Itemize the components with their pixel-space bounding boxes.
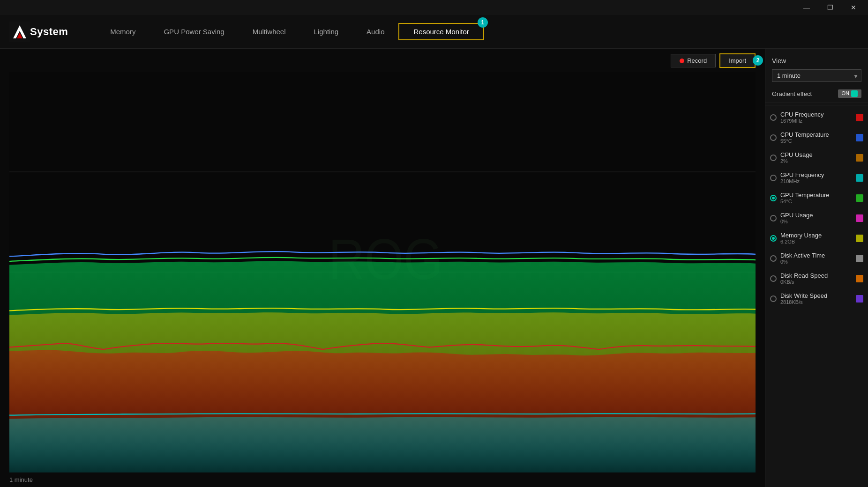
metric-color-swatch-gpu-temperature [856, 194, 863, 202]
metric-color-swatch-cpu-frequency [856, 114, 863, 121]
metric-radio-cpu-frequency[interactable] [770, 114, 777, 121]
main-content: Record Import 2 ROG [0, 49, 868, 487]
metric-value-cpu-usage: 2% [780, 158, 852, 164]
import-button[interactable]: Import [719, 53, 756, 68]
metric-name-cpu-usage: CPU Usage [780, 151, 852, 158]
tab-gpu-power-saving[interactable]: GPU Power Saving [150, 24, 238, 39]
metric-color-swatch-cpu-temperature [856, 134, 863, 141]
gradient-toggle[interactable]: ON [838, 89, 862, 98]
window-controls: — ❐ ✕ [796, 0, 864, 15]
resource-chart-svg: ROG [9, 72, 756, 472]
metric-row-cpu-temperature[interactable]: CPU Temperature55°C [765, 127, 868, 148]
metric-color-swatch-disk-active [856, 255, 863, 262]
metric-value-memory-usage: 6.2GB [780, 239, 852, 244]
metric-value-gpu-usage: 0% [780, 219, 852, 224]
metric-row-disk-active[interactable]: Disk Active Time0% [765, 248, 868, 268]
metric-name-gpu-frequency: GPU Frequency [780, 171, 852, 178]
view-select[interactable]: 1 minute 5 minutes 15 minutes 30 minutes… [772, 69, 861, 82]
chart-footer: 1 minute [0, 472, 765, 487]
restore-button[interactable]: ❐ [819, 0, 841, 15]
metric-color-swatch-disk-read [856, 275, 863, 282]
metric-value-disk-write: 2818KB/s [780, 299, 852, 305]
metric-radio-memory-usage[interactable] [770, 235, 777, 242]
metric-radio-disk-active[interactable] [770, 255, 777, 262]
metric-value-disk-active: 0% [780, 259, 852, 265]
metric-name-cpu-temperature: CPU Temperature [780, 131, 852, 138]
metric-radio-gpu-temperature[interactable] [770, 195, 777, 201]
panel-divider [765, 105, 868, 105]
chart-toolbar: Record Import 2 [0, 49, 765, 72]
metric-row-cpu-frequency[interactable]: CPU Frequency1679MHz [765, 107, 868, 127]
metric-radio-disk-read[interactable] [770, 275, 777, 282]
metric-row-memory-usage[interactable]: Memory Usage6.2GB [765, 228, 868, 248]
title-bar: — ❐ ✕ [0, 0, 868, 15]
view-label: View [765, 54, 868, 67]
rog-logo-icon [9, 22, 30, 42]
metric-radio-disk-write[interactable] [770, 295, 777, 302]
metric-radio-gpu-usage[interactable] [770, 215, 777, 221]
gradient-effect-label: Gradient effect [772, 90, 812, 97]
tab-memory[interactable]: Memory [96, 24, 150, 39]
app-title: System [30, 26, 68, 38]
metric-row-gpu-frequency[interactable]: GPU Frequency210MHz [765, 168, 868, 188]
svg-rect-0 [9, 22, 30, 42]
right-panel: View 1 minute 5 minutes 15 minutes 30 mi… [765, 49, 868, 487]
metric-value-disk-read: 0KB/s [780, 279, 852, 285]
chart-canvas: ROG [9, 72, 756, 472]
metric-name-memory-usage: Memory Usage [780, 232, 852, 239]
metric-color-swatch-disk-write [856, 295, 863, 303]
view-select-wrap: 1 minute 5 minutes 15 minutes 30 minutes… [765, 67, 868, 87]
metric-value-cpu-frequency: 1679MHz [780, 118, 852, 124]
metric-name-gpu-temperature: GPU Temperature [780, 192, 852, 199]
metric-name-cpu-frequency: CPU Frequency [780, 111, 852, 118]
metric-row-gpu-temperature[interactable]: GPU Temperature54°C [765, 188, 868, 208]
metric-value-cpu-temperature: 55°C [780, 138, 852, 144]
metric-row-disk-read[interactable]: Disk Read Speed0KB/s [765, 268, 868, 288]
tab-audio[interactable]: Audio [352, 24, 398, 39]
metric-color-swatch-memory-usage [856, 235, 863, 242]
badge-2: 2 [753, 55, 763, 66]
metric-name-disk-active: Disk Active Time [780, 252, 852, 259]
metric-color-swatch-gpu-usage [856, 214, 863, 222]
gradient-effect-row: Gradient effect ON [765, 87, 868, 103]
metric-radio-cpu-usage[interactable] [770, 155, 777, 161]
close-button[interactable]: ✕ [843, 0, 864, 15]
chart-area: Record Import 2 ROG [0, 49, 765, 487]
metric-radio-gpu-frequency[interactable] [770, 175, 777, 181]
tab-multiwheel[interactable]: Multiwheel [239, 24, 300, 39]
tab-lighting[interactable]: Lighting [300, 24, 353, 39]
metric-row-gpu-usage[interactable]: GPU Usage0% [765, 208, 868, 228]
minimize-button[interactable]: — [796, 0, 817, 15]
metric-row-disk-write[interactable]: Disk Write Speed2818KB/s [765, 288, 868, 309]
metrics-list: CPU Frequency1679MHzCPU Temperature55°CC… [765, 107, 868, 309]
badge-1: 1 [478, 17, 488, 28]
metric-name-disk-read: Disk Read Speed [780, 272, 852, 279]
record-dot-icon [680, 59, 684, 63]
metric-color-swatch-gpu-frequency [856, 174, 863, 182]
app-header: System Memory GPU Power Saving Multiwhee… [0, 15, 868, 49]
metric-row-cpu-usage[interactable]: CPU Usage2% [765, 148, 868, 168]
metric-name-gpu-usage: GPU Usage [780, 212, 852, 219]
metric-name-disk-write: Disk Write Speed [780, 292, 852, 299]
metric-color-swatch-cpu-usage [856, 154, 863, 162]
metric-value-gpu-temperature: 54°C [780, 199, 852, 204]
nav-tabs: Memory GPU Power Saving Multiwheel Light… [96, 23, 859, 40]
record-button[interactable]: Record [671, 54, 716, 67]
metric-radio-cpu-temperature[interactable] [770, 134, 777, 141]
metric-value-gpu-frequency: 210MHz [780, 178, 852, 184]
tab-resource-monitor[interactable]: Resource Monitor 1 [398, 23, 484, 40]
